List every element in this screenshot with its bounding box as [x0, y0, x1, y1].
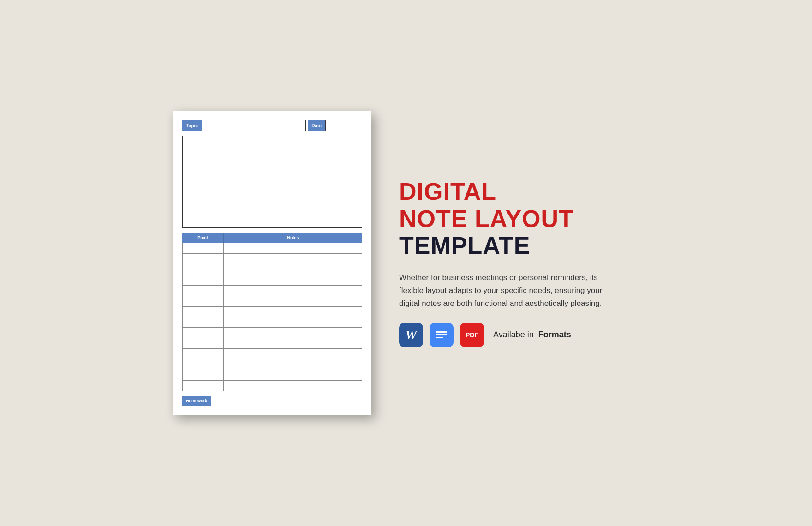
cell-notes[interactable]: [224, 381, 362, 391]
topic-date-row: Topic Date: [182, 120, 362, 131]
date-label: Date: [308, 120, 325, 131]
description-text: Whether for business meetings or persona…: [399, 271, 621, 310]
cell-notes[interactable]: [224, 275, 362, 285]
table-row: [182, 286, 362, 296]
cell-point[interactable]: [182, 286, 224, 296]
cell-point[interactable]: [182, 243, 224, 253]
title-line-3: TEMPLATE: [399, 233, 639, 258]
formats-label: Availabe in Formats: [493, 330, 571, 340]
table-row: [182, 296, 362, 307]
word-format-icon[interactable]: W: [399, 323, 423, 347]
table-row: [182, 370, 362, 381]
cell-notes[interactable]: [224, 317, 362, 327]
homework-row: Homework: [182, 396, 362, 406]
cell-point[interactable]: [182, 359, 224, 370]
cell-point[interactable]: [182, 317, 224, 327]
table-row: [182, 317, 362, 328]
title-line-2: NOTE LAYOUT: [399, 206, 639, 232]
paper: Topic Date Point Notes: [173, 111, 371, 415]
table-row: [182, 328, 362, 338]
table-row: [182, 338, 362, 349]
cell-notes[interactable]: [224, 243, 362, 253]
formats-row: W PDF Availabe in Formats: [399, 323, 639, 347]
table-row: [182, 243, 362, 254]
doc-line-1: [436, 331, 447, 333]
doc-line-3: [436, 337, 443, 338]
homework-label: Homework: [182, 396, 211, 406]
topic-input[interactable]: [202, 120, 306, 131]
info-panel: DIGITAL NOTE LAYOUT TEMPLATE Whether for…: [399, 179, 639, 347]
docs-format-icon[interactable]: [430, 323, 454, 347]
cell-point[interactable]: [182, 381, 224, 391]
cell-point[interactable]: [182, 338, 224, 348]
cell-point[interactable]: [182, 349, 224, 359]
table-row: [182, 307, 362, 317]
pdf-letter: PDF: [466, 331, 478, 339]
cell-notes[interactable]: [224, 359, 362, 370]
table-header: Point Notes: [182, 233, 362, 243]
docs-lines-icon: [436, 331, 447, 338]
notes-area[interactable]: [182, 136, 362, 228]
table-row: [182, 349, 362, 359]
cell-notes[interactable]: [224, 338, 362, 348]
cell-notes[interactable]: [224, 370, 362, 380]
table-row: [182, 381, 362, 391]
available-suffix: Formats: [538, 330, 571, 339]
cell-notes[interactable]: [224, 286, 362, 296]
main-container: Topic Date Point Notes: [0, 0, 812, 526]
document-preview: Topic Date Point Notes: [173, 111, 371, 415]
cell-point[interactable]: [182, 296, 224, 306]
table-row: [182, 275, 362, 286]
cell-point[interactable]: [182, 254, 224, 264]
available-prefix: Availabe in: [493, 330, 534, 339]
cell-notes[interactable]: [224, 254, 362, 264]
cell-point[interactable]: [182, 328, 224, 338]
notes-header: Notes: [224, 233, 362, 243]
point-header: Point: [182, 233, 224, 243]
table-row: [182, 254, 362, 264]
cell-point[interactable]: [182, 370, 224, 380]
cell-notes[interactable]: [224, 264, 362, 275]
word-letter: W: [406, 328, 417, 342]
cell-point[interactable]: [182, 307, 224, 317]
table-row: [182, 359, 362, 370]
cell-notes[interactable]: [224, 307, 362, 317]
table-rows: [182, 243, 362, 391]
cell-notes[interactable]: [224, 349, 362, 359]
cell-point[interactable]: [182, 275, 224, 285]
topic-label: Topic: [182, 120, 202, 131]
table-row: [182, 264, 362, 275]
title-line-1: DIGITAL: [399, 179, 639, 204]
title-block: DIGITAL NOTE LAYOUT TEMPLATE: [399, 179, 639, 258]
date-input[interactable]: [325, 120, 362, 131]
table-section: Point Notes: [182, 233, 362, 391]
cell-notes[interactable]: [224, 328, 362, 338]
homework-input[interactable]: [211, 396, 362, 406]
cell-point[interactable]: [182, 264, 224, 275]
pdf-format-icon[interactable]: PDF: [460, 323, 484, 347]
doc-line-2: [436, 334, 447, 335]
cell-notes[interactable]: [224, 296, 362, 306]
